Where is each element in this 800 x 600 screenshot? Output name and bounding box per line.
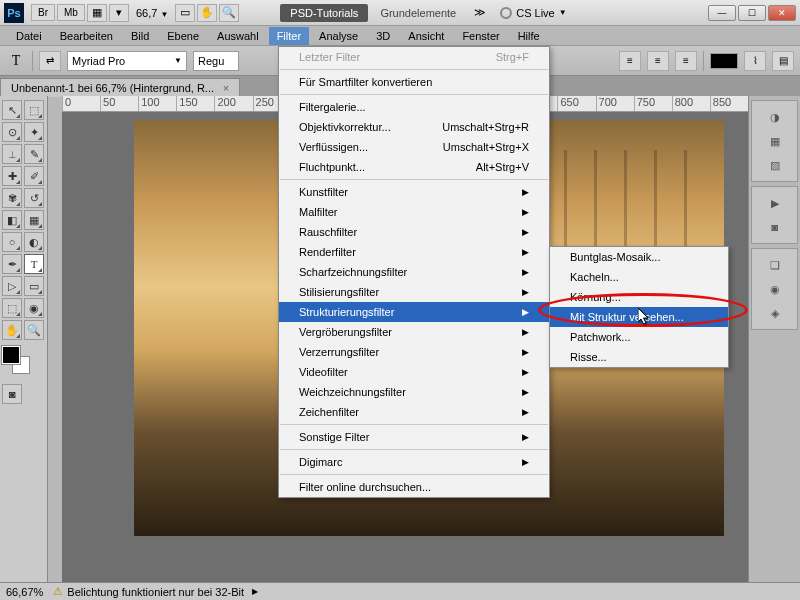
close-button[interactable]: ✕ [768,5,796,21]
cursor-icon [638,308,650,326]
shape-tool[interactable]: ▭ [24,276,44,296]
menu-blur[interactable]: Weichzeichnungsfilter▶ [279,382,549,402]
quickmask-button[interactable]: ◙ [2,384,22,404]
menu-distort[interactable]: Verzerrungsfilter▶ [279,342,549,362]
menu-vanishing-point[interactable]: Fluchtpunkt...Alt+Strg+V [279,157,549,177]
workspace-item[interactable]: Grundelemente [370,4,466,22]
status-message: ⚠ Belichtung funktioniert nur bei 32-Bit… [53,585,258,598]
panel-group-adjust[interactable]: ▶ ◙ [751,186,798,244]
menu-digimarc[interactable]: Digimarc▶ [279,452,549,472]
arrange-docs-button[interactable]: ▾ [109,4,129,22]
blur-tool[interactable]: ○ [2,232,22,252]
menu-lens-correction[interactable]: Objektivkorrektur...Umschalt+Strg+R [279,117,549,137]
channels-panel-icon: ◉ [765,279,785,299]
menu-last-filter: Letzter FilterStrg+F [279,47,549,67]
menu-browse-online[interactable]: Filter online durchsuchen... [279,477,549,497]
menu-help[interactable]: Hilfe [510,27,548,45]
submenu-craquelure[interactable]: Risse... [550,347,728,367]
menu-liquify[interactable]: Verflüssigen...Umschalt+Strg+X [279,137,549,157]
submenu-grain[interactable]: Körnung... [550,287,728,307]
menu-filter-gallery[interactable]: Filtergalerie... [279,97,549,117]
menu-stylize[interactable]: Stilisierungsfilter▶ [279,282,549,302]
font-style-combo[interactable]: Regu [193,51,239,71]
hand-button[interactable]: ✋ [197,4,217,22]
menu-artistic[interactable]: Kunstfilter▶ [279,182,549,202]
menu-video[interactable]: Videofilter▶ [279,362,549,382]
dodge-tool[interactable]: ◐ [24,232,44,252]
menu-sharpen[interactable]: Scharfzeichnungsfilter▶ [279,262,549,282]
menu-noise[interactable]: Rauschfilter▶ [279,222,549,242]
maximize-button[interactable]: ☐ [738,5,766,21]
menu-edit[interactable]: Bearbeiten [52,27,121,45]
current-tool-icon[interactable]: T [6,51,26,71]
eyedropper-tool[interactable]: ✎ [24,144,44,164]
3d-tool[interactable]: ⬚ [2,298,22,318]
magic-wand-tool[interactable]: ✦ [24,122,44,142]
hand-tool[interactable]: ✋ [2,320,22,340]
zoom-tool[interactable]: 🔍 [24,320,44,340]
panel-group-color[interactable]: ◑ ▦ ▨ [751,100,798,182]
menu-brushstrokes[interactable]: Malfilter▶ [279,202,549,222]
submenu-stained-glass[interactable]: Buntglas-Mosaik... [550,247,728,267]
menu-view[interactable]: Ansicht [400,27,452,45]
document-tab[interactable]: Unbenannt-1 bei 66,7% (Hintergrund, R...… [0,78,240,97]
brush-tool[interactable]: ✐ [24,166,44,186]
align-center-button[interactable]: ≡ [647,51,669,71]
menu-file[interactable]: Datei [8,27,50,45]
bridge-button[interactable]: Br [31,4,55,21]
document-tab-close[interactable]: × [223,82,229,94]
cslive-button[interactable]: CS Live ▼ [500,7,566,19]
submenu-patchwork[interactable]: Patchwork... [550,327,728,347]
layers-panel-icon: ❏ [765,255,785,275]
texture-submenu: Buntglas-Mosaik... Kacheln... Körnung...… [549,246,729,368]
zoom-button[interactable]: 🔍 [219,4,239,22]
heal-tool[interactable]: ✚ [2,166,22,186]
panel-group-layers[interactable]: ❏ ◉ ◈ [751,248,798,330]
workspace-more[interactable]: ≫ [468,6,492,19]
minimize-button[interactable]: — [708,5,736,21]
font-family-combo[interactable]: Myriad Pro▼ [67,51,187,71]
menu-filter[interactable]: Filter [269,27,309,45]
marquee-tool[interactable]: ⬚ [24,100,44,120]
menu-sketch[interactable]: Zeichenfilter▶ [279,402,549,422]
minibridge-button[interactable]: Mb [57,4,85,21]
menu-pixelate[interactable]: Vergröberungsfilter▶ [279,322,549,342]
menu-3d[interactable]: 3D [368,27,398,45]
eraser-tool[interactable]: ◧ [2,210,22,230]
foreground-color[interactable] [2,346,20,364]
submenu-tiles[interactable]: Kacheln... [550,267,728,287]
warp-text-button[interactable]: ⌇ [744,51,766,71]
styles-panel-icon: ▨ [765,155,785,175]
workspace-active[interactable]: PSD-Tutorials [280,4,368,22]
3d-camera-tool[interactable]: ◉ [24,298,44,318]
menu-render[interactable]: Renderfilter▶ [279,242,549,262]
text-color-swatch[interactable] [710,53,738,69]
screen-mode-button[interactable]: ▭ [175,4,195,22]
menu-image[interactable]: Bild [123,27,157,45]
move-tool[interactable]: ↖ [2,100,22,120]
menu-other[interactable]: Sonstige Filter▶ [279,427,549,447]
menu-analysis[interactable]: Analyse [311,27,366,45]
menu-window[interactable]: Fenster [454,27,507,45]
crop-tool[interactable]: ⟂ [2,144,22,164]
type-tool[interactable]: T [24,254,44,274]
view-extras-button[interactable]: ▦ [87,4,107,22]
char-panel-button[interactable]: ▤ [772,51,794,71]
menu-layer[interactable]: Ebene [159,27,207,45]
menu-convert-smart[interactable]: Für Smartfilter konvertieren [279,72,549,92]
align-right-button[interactable]: ≡ [675,51,697,71]
lasso-tool[interactable]: ⊙ [2,122,22,142]
zoom-level[interactable]: 66,7 ▼ [136,7,168,19]
status-zoom[interactable]: 66,67% [6,586,43,598]
menu-select[interactable]: Auswahl [209,27,267,45]
gradient-tool[interactable]: ▦ [24,210,44,230]
align-left-button[interactable]: ≡ [619,51,641,71]
clone-tool[interactable]: ✾ [2,188,22,208]
paths-panel-icon: ◈ [765,303,785,323]
path-select-tool[interactable]: ▷ [2,276,22,296]
orientation-button[interactable]: ⇄ [39,51,61,71]
history-brush-tool[interactable]: ↺ [24,188,44,208]
color-swatches[interactable] [2,346,32,376]
menu-texture[interactable]: Strukturierungsfilter▶ [279,302,549,322]
pen-tool[interactable]: ✒ [2,254,22,274]
